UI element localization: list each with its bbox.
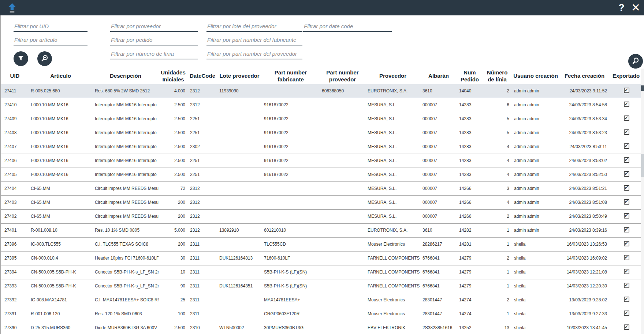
filter-proveedor-input[interactable] xyxy=(110,21,198,32)
help-button[interactable]: ? xyxy=(618,0,625,15)
cell-descripcion: Interruptor MM-MK16 Interrupto xyxy=(93,140,159,154)
column-header-pn_fabricante[interactable]: Part number fabricante xyxy=(262,69,320,84)
scrollbar-thumb[interactable] xyxy=(641,154,644,177)
filter-uid-input[interactable] xyxy=(14,21,88,32)
column-header-usuario_creacion[interactable]: Usuario creación xyxy=(512,69,559,84)
table-row[interactable]: 27410I-000.10.MM-MK16Interruptor MM-MK16… xyxy=(1,98,643,112)
cell-unidades_iniciales: 200 xyxy=(159,209,188,223)
exportado-checkbox[interactable] xyxy=(624,157,629,163)
cell-pn_proveedor xyxy=(320,126,365,140)
exportado-checkbox[interactable] xyxy=(624,102,629,107)
table-row[interactable]: 27391R-001.006.120Res. 120 1% SMD 060310… xyxy=(1,307,643,321)
exportado-checkbox[interactable] xyxy=(624,311,629,316)
column-header-datecode[interactable]: DateCode xyxy=(188,69,217,84)
exportado-checkbox[interactable] xyxy=(624,255,629,260)
filter-articulo-input[interactable] xyxy=(14,34,88,45)
column-header-lote_proveedor[interactable]: Lote proveedor xyxy=(217,69,262,84)
upload-icon[interactable] xyxy=(6,1,18,14)
data-table: UIDArtículoDescripciónUnidades Iniciales… xyxy=(1,69,643,334)
exportado-checkbox[interactable] xyxy=(624,269,629,274)
table-row[interactable]: 27393CN-500.005.S5B-PH-KConector S5B-PH-… xyxy=(1,279,643,293)
table-row[interactable]: 27403CI-65.MMCircuit impres MM REEDS Mes… xyxy=(1,195,643,209)
cell-albaran: 6766841 xyxy=(420,279,457,293)
filter-pn-proveedor-input[interactable] xyxy=(206,48,302,59)
cell-exportado xyxy=(610,321,643,334)
table-row[interactable]: 27392IC-008.MAX14781C.I. MAX14781EESA+ S… xyxy=(1,293,643,307)
column-header-descripcion[interactable]: Descripción xyxy=(93,69,159,84)
cell-datecode: 2311 xyxy=(188,237,217,251)
column-header-unidades_iniciales[interactable]: Unidades Iniciales xyxy=(159,69,188,84)
column-header-articulo[interactable]: Artículo xyxy=(29,69,93,84)
column-header-num_pedido[interactable]: Num Pedido xyxy=(457,69,483,84)
table-row[interactable]: 27405I-000.10.MM-MK16Interruptor MM-MK16… xyxy=(1,168,643,181)
cell-unidades_iniciales: 2.500 xyxy=(159,321,188,334)
column-header-proveedor[interactable]: Proveedor xyxy=(365,69,420,84)
table-row[interactable]: 27407I-000.10.MM-MK16Interruptor MM-MK16… xyxy=(1,140,643,154)
table-row[interactable]: 27408I-000.10.MM-MK16Interruptor MM-MK16… xyxy=(1,126,643,140)
cell-proveedor: FARNELL COMPONENTS, S.L xyxy=(365,265,420,279)
cell-descripcion: Interruptor MM-MK16 Interrupto xyxy=(93,154,159,168)
exportado-checkbox[interactable] xyxy=(624,143,629,149)
filter-pedido-input[interactable] xyxy=(110,34,198,45)
column-header-uid[interactable]: UID xyxy=(1,69,29,84)
table-row[interactable]: 27404CI-65.MMCircuit impres MM REEDS Mes… xyxy=(1,181,643,195)
vertical-scrollbar[interactable] xyxy=(641,69,644,334)
cell-uid: 27411 xyxy=(1,84,29,98)
cell-numero_linia: 4 xyxy=(483,168,512,181)
cell-uid: 27403 xyxy=(1,195,29,209)
cell-pn_fabricante xyxy=(262,84,320,98)
filter-button[interactable] xyxy=(14,51,28,66)
column-header-fecha_creacion[interactable]: Fecha creación xyxy=(559,69,610,84)
column-header-numero_linia[interactable]: Número de línia xyxy=(483,69,512,84)
exportado-checkbox[interactable] xyxy=(624,171,629,177)
cell-unidades_iniciales: 25 xyxy=(159,293,188,307)
table-row[interactable]: 27402CI-65.MMCircuit impres MM REEDS Mes… xyxy=(1,209,643,223)
exportado-checkbox[interactable] xyxy=(624,283,629,288)
close-button[interactable]: ✕ xyxy=(631,0,640,15)
column-header-albaran[interactable]: Albarán xyxy=(420,69,457,84)
scrollbar-thumb-dark[interactable] xyxy=(641,85,644,91)
exportado-checkbox[interactable] xyxy=(624,129,629,135)
title-bar: ? ✕ xyxy=(0,0,644,15)
exportado-checkbox[interactable] xyxy=(624,213,629,219)
filter-datecode-input[interactable] xyxy=(303,21,392,32)
table-row[interactable]: 27401R-001.008.10Res. 10 1% SMD 08055.00… xyxy=(1,223,643,237)
cell-uid: 27395 xyxy=(1,251,29,265)
cell-albaran: 3610 xyxy=(420,84,457,98)
table-row[interactable]: 27396IC-008.TLC555C.I. TLC555 TEXAS SOIC… xyxy=(1,237,643,251)
search-button[interactable] xyxy=(628,54,643,69)
filter-panel xyxy=(1,15,644,69)
cell-usuario_creacion: admin admin xyxy=(512,209,559,223)
column-header-exportado[interactable]: Exportado xyxy=(610,69,643,84)
cell-uid: 27406 xyxy=(1,154,29,168)
table-row[interactable]: 27409I-000.10.MM-MK16Interruptor MM-MK16… xyxy=(1,112,643,126)
exportado-checkbox[interactable] xyxy=(624,199,629,205)
exportado-checkbox[interactable] xyxy=(624,185,629,191)
table-row[interactable]: 27395CN-000.010.4Header 10pins FCI 71600… xyxy=(1,251,643,265)
exportado-checkbox[interactable] xyxy=(624,324,629,330)
cell-numero_linia: 4 xyxy=(483,140,512,154)
cell-unidades_iniciales: 2.500 xyxy=(159,112,188,126)
exportado-checkbox[interactable] xyxy=(624,115,629,121)
filter-numero-linia-input[interactable] xyxy=(110,48,198,59)
cell-unidades_iniciales: 4.000 xyxy=(159,84,188,98)
table-row[interactable]: 27411R-005.025.680Res. 680 5% 2W SMD 251… xyxy=(1,84,643,98)
cell-pn_fabricante: 30PMURS360BT3G xyxy=(262,321,320,334)
exportado-checkbox[interactable] xyxy=(624,88,629,93)
filter-pn-fabricante-input[interactable] xyxy=(206,34,302,45)
column-header-pn_proveedor[interactable]: Part number proveedor xyxy=(320,69,365,84)
cell-exportado xyxy=(610,126,643,140)
cell-descripcion: Res. 120 1% SMD 0603 xyxy=(93,307,159,321)
cell-fecha_creacion: 24/03/2023 8:54:58 xyxy=(559,98,610,112)
table-row[interactable]: 27394CN-500.005.S5B-PH-KConector S5B-PH-… xyxy=(1,265,643,279)
exportado-checkbox[interactable] xyxy=(624,227,629,232)
clear-search-button[interactable] xyxy=(37,51,52,66)
exportado-checkbox[interactable] xyxy=(624,297,629,302)
cell-num_pedido: 14266 xyxy=(457,181,483,195)
filter-lote-proveedor-input[interactable] xyxy=(206,21,302,32)
table-row[interactable]: 27390D-25.315.MURS360Diode MURS360BT3G 3… xyxy=(1,321,643,334)
table-row[interactable]: 27406I-000.10.MM-MK16Interruptor MM-MK16… xyxy=(1,154,643,168)
cell-numero_linia: 2 xyxy=(483,251,512,265)
exportado-checkbox[interactable] xyxy=(624,241,629,246)
cell-pn_proveedor xyxy=(320,168,365,181)
